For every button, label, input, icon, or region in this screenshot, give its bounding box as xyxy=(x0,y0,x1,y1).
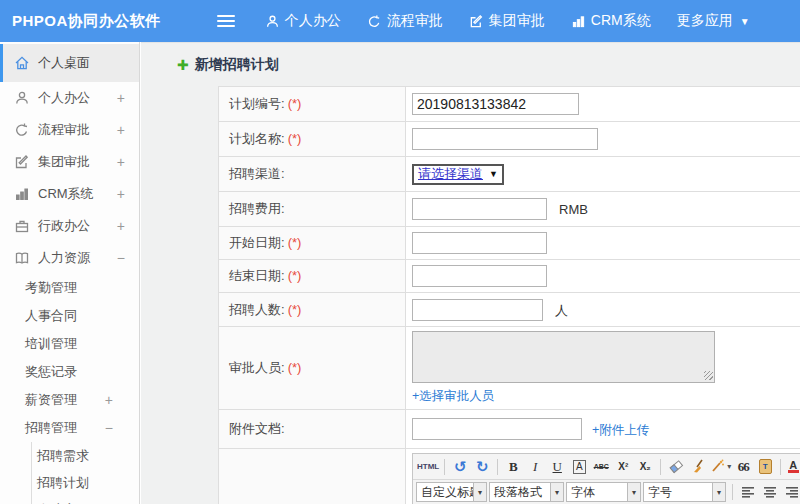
channel-select[interactable]: 请选择渠道 ▼ xyxy=(412,164,504,185)
caret-down-icon: ▾ xyxy=(628,482,641,502)
fee-input[interactable] xyxy=(412,198,547,220)
expand-icon[interactable]: + xyxy=(117,154,125,170)
nav-more-apps[interactable]: 更多应用 ▼ xyxy=(677,12,750,30)
caret-down-icon: ▾ xyxy=(474,482,487,502)
sidebar-subitem-training[interactable]: 培训管理 xyxy=(0,330,139,358)
custom-heading-select[interactable]: 自定义标题 ▾ xyxy=(416,482,487,502)
bold-button[interactable]: B xyxy=(503,457,523,477)
sidebar-item-label: 行政办公 xyxy=(38,217,90,235)
form-row-channel: 招聘渠道: 请选择渠道 ▼ xyxy=(219,157,800,192)
nav-label: 集团审批 xyxy=(489,12,545,30)
rich-text-editor: HTML ↺ ↻ B I U A ABC X² X₂ xyxy=(412,453,800,504)
start-date-input[interactable] xyxy=(412,232,547,254)
align-right-icon[interactable] xyxy=(782,482,800,502)
form-row-plan-no: 计划编号:(*) xyxy=(219,87,800,122)
sidebar-item-label: 个人办公 xyxy=(38,89,90,107)
edit-square-icon xyxy=(14,154,38,170)
plus-icon: ✚ xyxy=(177,57,189,73)
bar-chart-icon xyxy=(14,186,38,202)
sidebar-item-talent-pool[interactable]: 人才库 xyxy=(32,496,139,504)
expand-icon[interactable]: + xyxy=(117,90,125,106)
required-marker: (*) xyxy=(288,302,302,317)
strikethrough-button[interactable]: ABC xyxy=(591,457,611,477)
sidebar-item-hr[interactable]: 人力资源 − xyxy=(0,242,139,274)
field-label: 计划编号: xyxy=(229,96,285,111)
undo-icon[interactable]: ↺ xyxy=(450,457,470,477)
recruit-plan-form: 计划编号:(*) 计划名称:(*) 招聘渠道: 请选择渠道 ▼ 招聘费用: RM… xyxy=(218,86,800,504)
expand-icon[interactable]: + xyxy=(105,392,113,408)
sidebar-subitem-salary[interactable]: 薪资管理 + xyxy=(0,386,139,414)
char-border-button[interactable]: A xyxy=(573,460,586,474)
sidebar-item-recruit-demand[interactable]: 招聘需求 xyxy=(32,442,139,469)
required-marker: (*) xyxy=(288,360,302,375)
caret-down-icon: ▾ xyxy=(713,482,726,502)
expand-icon[interactable]: + xyxy=(117,186,125,202)
sidebar-item-admin-office[interactable]: 行政办公 + xyxy=(0,210,139,242)
superscript-button[interactable]: X² xyxy=(613,457,633,477)
sidebar-item-label: 个人桌面 xyxy=(38,54,90,72)
headcount-input[interactable] xyxy=(412,299,543,321)
nav-label: 个人办公 xyxy=(285,12,341,30)
book-icon xyxy=(14,250,38,266)
paragraph-format-select[interactable]: 段落格式 ▾ xyxy=(489,482,564,502)
select-approvers-link[interactable]: +选择审批人员 xyxy=(412,388,494,405)
sidebar-item-workflow-approval[interactable]: 流程审批 + xyxy=(0,114,139,146)
sidebar-subitem-recruit-mgmt[interactable]: 招聘管理 − xyxy=(0,414,139,442)
align-center-icon[interactable] xyxy=(760,482,780,502)
format-painter-icon[interactable]: ▾ xyxy=(710,457,731,477)
sidebar-subitem-rewards[interactable]: 奖惩记录 xyxy=(0,358,139,386)
sidebar-item-crm[interactable]: CRM系统 + xyxy=(0,178,139,210)
subscript-button[interactable]: X₂ xyxy=(635,457,655,477)
font-size-select[interactable]: 字号 ▾ xyxy=(643,482,726,502)
field-label: 结束日期: xyxy=(229,268,285,283)
process-arrow-icon xyxy=(367,14,382,29)
briefcase-icon xyxy=(14,218,38,234)
end-date-input[interactable] xyxy=(412,265,547,287)
sidebar-subitem-attendance[interactable]: 考勤管理 xyxy=(0,274,139,302)
attachment-input[interactable] xyxy=(412,418,582,440)
form-row-plan-name: 计划名称:(*) xyxy=(219,122,800,157)
topbar: PHPOA协同办公软件 个人办公 流程审批 集团审批 CRM系统 xyxy=(0,0,800,42)
font-family-select[interactable]: 字体 ▾ xyxy=(566,482,641,502)
field-label: 招聘渠道: xyxy=(229,166,285,181)
attachment-upload-link[interactable]: +附件上传 xyxy=(592,422,649,439)
collapse-icon[interactable]: − xyxy=(117,250,125,266)
clean-format-broom-icon[interactable] xyxy=(688,457,708,477)
eraser-icon[interactable] xyxy=(666,457,686,477)
html-source-button[interactable]: HTML xyxy=(417,457,439,477)
font-color-button[interactable]: A ▾ xyxy=(786,457,800,477)
sidebar-item-recruit-plan[interactable]: 招聘计划 xyxy=(32,469,139,496)
paste-text-icon[interactable]: T xyxy=(755,457,775,477)
home-icon xyxy=(14,55,38,71)
sidebar-item-label: 流程审批 xyxy=(38,121,90,139)
sidebar-item-personal-desktop[interactable]: 个人桌面 xyxy=(0,44,139,82)
align-left-icon[interactable] xyxy=(738,482,758,502)
plan-name-input[interactable] xyxy=(412,128,598,150)
expand-icon[interactable]: + xyxy=(117,122,125,138)
form-row-attachment: 附件文档: +附件上传 xyxy=(219,410,800,449)
collapse-icon[interactable]: − xyxy=(105,420,113,436)
plan-no-input[interactable] xyxy=(412,93,579,115)
expand-icon[interactable]: + xyxy=(117,218,125,234)
main-content: ✚ 新增招聘计划 计划编号:(*) 计划名称:(*) 招聘渠道: 请选择渠道 ▼… xyxy=(141,42,800,504)
underline-button[interactable]: U xyxy=(547,457,567,477)
nav-crm-system[interactable]: CRM系统 xyxy=(571,12,651,30)
approvers-textarea[interactable] xyxy=(412,331,715,383)
sidebar-item-group-approval[interactable]: 集团审批 + xyxy=(0,146,139,178)
nav-group-approval[interactable]: 集团审批 xyxy=(469,12,545,30)
redo-icon[interactable]: ↻ xyxy=(472,457,492,477)
nav-workflow-approval[interactable]: 流程审批 xyxy=(367,12,443,30)
blockquote-button[interactable]: 66 xyxy=(733,457,753,477)
sidebar-subitem-hr-contract[interactable]: 人事合同 xyxy=(0,302,139,330)
nav-personal-office[interactable]: 个人办公 xyxy=(265,12,341,30)
sidebar-item-label: 人才库 xyxy=(37,501,76,504)
toolbar-separator xyxy=(780,459,781,475)
caret-down-icon: ▾ xyxy=(727,462,731,471)
person-icon xyxy=(265,14,280,29)
hamburger-menu-icon[interactable] xyxy=(217,15,235,27)
toolbar-separator xyxy=(660,459,661,475)
italic-button[interactable]: I xyxy=(525,457,545,477)
sidebar-item-personal-office[interactable]: 个人办公 + xyxy=(0,82,139,114)
sidebar-item-label: 集团审批 xyxy=(38,153,90,171)
caret-down-icon: ▼ xyxy=(740,16,750,27)
